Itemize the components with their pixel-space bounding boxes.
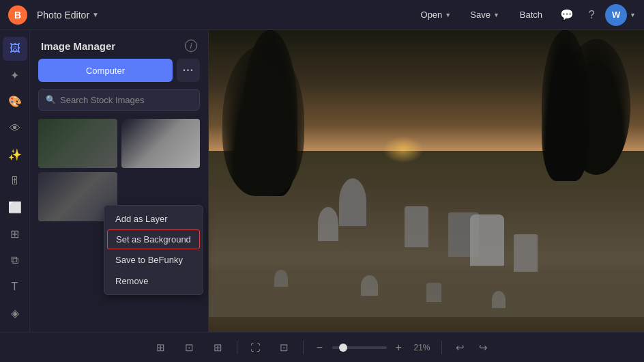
gravestone-large: [470, 214, 504, 266]
fullscreen-icon[interactable]: ⛶: [246, 337, 266, 358]
redo-button[interactable]: ↪: [473, 337, 494, 358]
view-tool[interactable]: 👁: [3, 116, 27, 140]
gravestone-2: [318, 207, 338, 241]
zoom-controls: − + 21%: [312, 339, 433, 356]
fit-icon[interactable]: ⊡: [274, 337, 295, 358]
thumbnail-item-1[interactable]: [38, 119, 117, 168]
app-title-chevron-icon: ▼: [92, 11, 99, 18]
adjust-tool[interactable]: 🎚: [3, 169, 27, 193]
bottom-bar: ⊞ ⊡ ⊞ ⛶ ⊡ − + 21% ↩ ↪: [0, 332, 644, 362]
group-tool[interactable]: ⊞: [3, 222, 27, 246]
zoom-slider-thumb: [339, 344, 347, 352]
user-avatar-chevron-icon: ▼: [630, 12, 636, 18]
tool-sidebar: 🖼 ✦ 🎨 👁 ✨ 🎚 ⬜ ⊞ ⧉ T ◈: [0, 30, 30, 332]
grid-bottom-icon[interactable]: ⊞: [208, 337, 229, 358]
layers-tool[interactable]: ⧉: [3, 249, 27, 273]
help-icon-button[interactable]: ?: [581, 4, 602, 26]
open-chevron-icon: ▼: [445, 12, 451, 18]
topbar-icons: 💬 ? W ▼: [556, 4, 636, 26]
effects-tool[interactable]: 🎨: [3, 89, 27, 113]
remove-menu-item[interactable]: Remove: [104, 270, 203, 292]
image-manager-panel: Image Manager i Computer ··· 🔍 Search St…: [30, 30, 209, 332]
topbar: B Photo Editor ▼ Open ▼ Save ▼ Batch 💬 ?…: [0, 0, 644, 30]
panel-title: Image Manager: [41, 40, 115, 52]
undo-button[interactable]: ↩: [450, 337, 471, 358]
touch-tool[interactable]: ✨: [3, 143, 27, 167]
undo-redo-group: ↩ ↪: [450, 337, 494, 358]
layers-bottom-icon[interactable]: ⊞: [151, 337, 171, 358]
app-title-label: Photo Editor: [37, 10, 89, 20]
gravestone-3: [405, 206, 428, 247]
add-as-layer-menu-item[interactable]: Add as Layer: [104, 208, 203, 229]
cemetery-scene: [209, 30, 644, 332]
comment-icon-button[interactable]: 💬: [556, 4, 578, 26]
set-as-background-menu-item[interactable]: Set as Background: [107, 229, 200, 249]
app-logo: B: [8, 5, 27, 25]
gravestone-main: [339, 178, 366, 226]
zoom-out-button[interactable]: −: [312, 339, 328, 356]
bottom-separator-2: [303, 341, 304, 354]
panel-actions: Computer ···: [30, 59, 208, 89]
computer-button[interactable]: Computer: [38, 59, 173, 82]
thumbnail-item-2[interactable]: [121, 119, 201, 168]
save-to-befunky-menu-item[interactable]: Save to BeFunky: [104, 249, 203, 270]
canvas-area[interactable]: [209, 30, 644, 332]
panel-header: Image Manager i: [30, 30, 208, 59]
image-manager-tool[interactable]: 🖼: [3, 37, 27, 61]
tree-4: [542, 30, 589, 181]
search-placeholder-text: Search Stock Images: [60, 95, 145, 105]
frame-tool[interactable]: ⬜: [3, 195, 27, 219]
tree-2: [222, 45, 304, 196]
zoom-in-button[interactable]: +: [391, 339, 407, 356]
zoom-percent: 21%: [411, 343, 433, 352]
bottom-separator-1: [237, 341, 237, 354]
batch-button[interactable]: Batch: [512, 5, 551, 24]
open-button[interactable]: Open ▼: [414, 5, 458, 24]
context-menu: Add as Layer Set as Background Save to B…: [104, 205, 203, 295]
sun-glow: [383, 136, 424, 163]
gravestone-5: [514, 234, 538, 272]
app-title-button[interactable]: Photo Editor ▼: [33, 7, 103, 23]
bottom-separator-3: [441, 341, 442, 354]
info-icon[interactable]: i: [185, 40, 197, 52]
edit-tool[interactable]: ✦: [3, 64, 27, 87]
search-icon: 🔍: [46, 95, 56, 105]
more-button[interactable]: ···: [177, 59, 200, 82]
save-chevron-icon: ▼: [493, 12, 499, 18]
user-avatar[interactable]: W: [605, 4, 627, 26]
snow-ground: [209, 272, 644, 317]
save-button[interactable]: Save ▼: [463, 5, 506, 24]
zoom-slider[interactable]: [332, 346, 387, 349]
search-bar[interactable]: 🔍 Search Stock Images: [38, 89, 200, 111]
vector-tool[interactable]: ◈: [3, 301, 27, 325]
main-content: 🖼 ✦ 🎨 👁 ✨ 🎚 ⬜ ⊞ ⧉ T ◈ Image Manager i Co…: [0, 30, 644, 332]
crop-bottom-icon[interactable]: ⊡: [179, 337, 200, 358]
text-tool[interactable]: T: [3, 275, 27, 299]
